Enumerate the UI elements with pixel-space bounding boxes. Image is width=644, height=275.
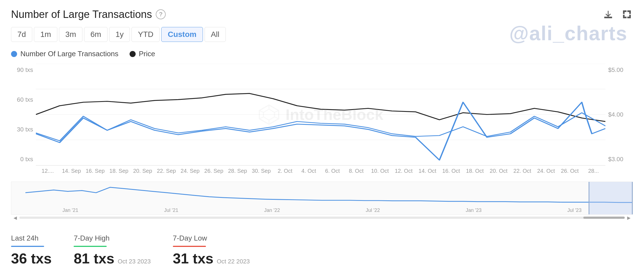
stat-label-last24h: Last 24h — [11, 234, 52, 242]
x-label-7: 26. Sep — [202, 168, 226, 174]
y-label-60: 60 txs — [11, 96, 36, 103]
chart-area: 90 txs 60 txs 30 txs 0 txs $5.00 $4.00 $… — [11, 64, 633, 220]
stat-7day-low: 7-Day Low 31 txs Oct 22 2023 — [173, 234, 250, 267]
x-label-21: 24. Oct — [534, 168, 558, 174]
stat-number-7day-high: 81 txs — [74, 250, 114, 267]
stat-value-7day-high: 81 txs Oct 23 2023 — [74, 250, 151, 267]
scroll-track[interactable] — [19, 217, 625, 219]
minimap-label-jul23: Jul '23 — [567, 207, 581, 213]
legend-item-price: Price — [130, 50, 155, 58]
chart-legend: Number Of Large Transactions Price — [11, 50, 633, 58]
filter-custom[interactable]: Custom — [161, 27, 203, 42]
x-label-4: 20. Sep — [131, 168, 154, 174]
legend-dot-dark — [130, 51, 136, 57]
x-label-0: 12.... — [36, 168, 60, 174]
filter-3m[interactable]: 3m — [59, 27, 82, 42]
y-label-0: 0 txs — [11, 156, 36, 163]
minimap-label-jul22: Jul '22 — [366, 207, 380, 213]
x-label-23: 28... — [582, 168, 605, 174]
stat-value-7day-low: 31 txs Oct 22 2023 — [173, 250, 250, 267]
stat-label-7day-high: 7-Day High — [74, 234, 151, 242]
legend-label-price: Price — [139, 50, 155, 58]
legend-dot-blue — [11, 51, 17, 57]
chart-svg-container: IntoTheBlock — [36, 64, 605, 166]
x-axis: 12.... 14. Sep 16. Sep 18. Sep 20. Sep 2… — [36, 166, 605, 179]
stat-number-last24h: 36 txs — [11, 250, 52, 267]
stat-underline-red — [173, 246, 206, 247]
legend-item-transactions: Number Of Large Transactions — [11, 50, 119, 58]
expand-button[interactable] — [621, 8, 633, 20]
filter-7d[interactable]: 7d — [11, 27, 32, 42]
minimap[interactable]: Jan '21 Jul '21 Jan '22 Jul '22 Jan '23 … — [11, 182, 633, 215]
stats-row: Last 24h 36 txs 7-Day High 81 txs Oct 23… — [11, 228, 633, 267]
y-axis-left: 90 txs 60 txs 30 txs 0 txs — [11, 64, 36, 166]
scroll-thumb[interactable] — [583, 217, 625, 219]
x-label-16: 14. Oct — [415, 168, 439, 174]
minimap-label-jan21: Jan '21 — [63, 207, 78, 213]
stat-number-7day-low: 31 txs — [173, 250, 213, 267]
time-filter-bar: 7d 1m 3m 6m 1y YTD Custom All — [11, 27, 633, 42]
minimap-label-jan23: Jan '23 — [466, 207, 481, 213]
y-label-90: 90 txs — [11, 66, 36, 74]
stat-date-7day-high: Oct 23 2023 — [118, 258, 151, 265]
minimap-label-jan22: Jan '22 — [264, 207, 280, 213]
x-label-19: 20. Oct — [487, 168, 510, 174]
filter-all[interactable]: All — [205, 27, 226, 42]
y-axis-right: $5.00 $4.00 $3.00 — [605, 64, 633, 166]
stat-underline-blue — [11, 246, 44, 247]
y-label-30: 30 txs — [11, 126, 36, 133]
x-label-2: 16. Sep — [83, 168, 107, 174]
info-icon[interactable]: ? — [156, 9, 166, 19]
filter-1m[interactable]: 1m — [34, 27, 57, 42]
x-label-1: 14. Sep — [60, 168, 83, 174]
x-label-5: 22. Sep — [154, 168, 178, 174]
stat-7day-high: 7-Day High 81 txs Oct 23 2023 — [74, 234, 151, 267]
x-label-18: 18. Oct — [463, 168, 487, 174]
x-label-12: 6. Oct — [321, 168, 344, 174]
x-label-20: 22. Oct — [511, 168, 534, 174]
stat-value-last24h: 36 txs — [11, 250, 52, 267]
chart-title: Number of Large Transactions — [11, 9, 152, 20]
stat-underline-green — [74, 246, 107, 247]
legend-label-transactions: Number Of Large Transactions — [20, 50, 119, 58]
x-label-22: 26. Oct — [558, 168, 582, 174]
scroll-right-arrow[interactable]: ▶ — [625, 215, 633, 220]
stat-label-7day-low: 7-Day Low — [173, 234, 250, 242]
filter-6m[interactable]: 6m — [84, 27, 108, 42]
x-label-14: 10. Oct — [368, 168, 392, 174]
y-label-right-5: $5.00 — [605, 66, 633, 74]
x-label-15: 12. Oct — [392, 168, 415, 174]
x-label-6: 24. Sep — [178, 168, 202, 174]
main-chart-svg — [36, 64, 605, 165]
download-button[interactable] — [602, 8, 614, 20]
x-label-9: 30. Sep — [249, 168, 273, 174]
scroll-left-arrow[interactable]: ◀ — [11, 215, 19, 220]
stat-last24h: Last 24h 36 txs — [11, 234, 52, 267]
y-label-right-3: $3.00 — [605, 156, 633, 163]
x-label-10: 2. Oct — [273, 168, 297, 174]
x-label-17: 16. Oct — [439, 168, 463, 174]
x-label-13: 8. Oct — [344, 168, 368, 174]
stat-date-7day-low: Oct 22 2023 — [217, 258, 250, 265]
filter-1y[interactable]: 1y — [109, 27, 130, 42]
x-label-3: 18. Sep — [107, 168, 131, 174]
y-label-right-4: $4.00 — [605, 111, 633, 118]
minimap-label-jul21: Jul '21 — [164, 207, 178, 213]
main-chart[interactable]: 90 txs 60 txs 30 txs 0 txs $5.00 $4.00 $… — [11, 64, 633, 179]
x-label-8: 28. Sep — [226, 168, 249, 174]
x-label-11: 4. Oct — [297, 168, 321, 174]
filter-ytd[interactable]: YTD — [132, 27, 160, 42]
